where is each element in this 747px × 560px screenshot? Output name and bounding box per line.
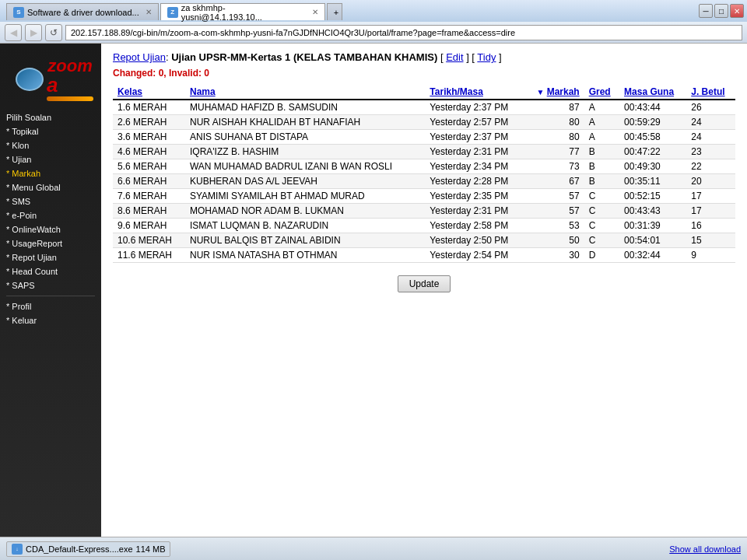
minimize-button[interactable]: ─ [699,4,713,18]
cell-nama: NURUL BALQIS BT ZAINAL ABIDIN [185,233,425,248]
sort-kelas[interactable]: Kelas [117,86,142,97]
close-button[interactable]: ✕ [730,4,744,18]
tab-software-close[interactable]: ✕ [146,8,152,16]
cell-masa-guna: 00:43:43 [619,204,686,219]
cell-gred: C [584,189,619,204]
table-row: 5.6 MERAH WAN MUHAMAD BADRUL IZANI B WAN… [113,159,735,174]
table-row: 2.6 MERAH NUR AISHAH KHALIDAH BT HANAFIA… [113,115,735,130]
cell-markah: 73 [524,159,584,174]
tab-software-icon: S [13,7,24,18]
cell-j-betul: 24 [686,130,735,145]
col-header-gred[interactable]: Gred [584,85,619,100]
sidebar-item-markah[interactable]: * Markah [0,166,101,180]
cell-j-betul: 24 [686,115,735,130]
report-table: Kelas Nama Tarikh/Masa ▼ Markah Gred Mas… [113,85,735,263]
sort-markah[interactable]: Markah [547,86,580,97]
forward-button[interactable]: ▶ [25,24,42,41]
cell-gred: D [584,248,619,263]
col-header-tarikh[interactable]: Tarikh/Masa [425,85,524,100]
sidebar-item-onlinewatch[interactable]: * OnlineWatch [0,222,101,236]
col-header-j-betul[interactable]: J. Betul [686,85,735,100]
sidebar-item-profil[interactable]: * Profil [0,299,101,313]
sidebar-item-saps[interactable]: * SAPS [0,278,101,292]
update-button[interactable]: Update [398,275,451,292]
cell-kelas: 5.6 MERAH [113,159,185,174]
sidebar-item-ujian[interactable]: * Ujian [0,152,101,166]
sidebar-item-klon[interactable]: * Klon [0,138,101,152]
sidebar-item-menu-global[interactable]: * Menu Global [0,180,101,194]
sidebar-item-keluar[interactable]: * Keluar [0,313,101,327]
download-filename: CDA_Default-Express....exe [26,544,133,554]
cell-j-betul: 17 [686,189,735,204]
sidebar-label-repot: Repot Ujian [12,253,56,262]
edit-link[interactable]: Edit [446,51,463,63]
cell-j-betul: 23 [686,145,735,159]
sort-tarikh[interactable]: Tarikh/Masa [430,86,482,97]
cell-nama: WAN MUHAMAD BADRUL IZANI B WAN ROSLI [185,159,425,174]
col-header-masa-guna[interactable]: Masa Guna [619,85,686,100]
refresh-button[interactable]: ↺ [45,24,62,41]
show-all-downloads[interactable]: Show all download [669,544,741,554]
table-row: 1.6 MERAH MUHAMAD HAFIZD B. SAMSUDIN Yes… [113,100,735,115]
cell-gred: A [584,100,619,115]
tab-zoom-close[interactable]: ✕ [312,8,318,16]
cell-markah: 50 [524,233,584,248]
exam-title: Ujian UPSR-MM-Kertas 1 (KELAS TAMBAHAN K… [171,51,437,63]
cell-masa-guna: 00:54:01 [619,233,686,248]
cell-gred: C [584,219,619,233]
sort-j-betul[interactable]: J. Betul [691,86,724,97]
cell-j-betul: 9 [686,248,735,263]
maximize-button[interactable]: □ [714,4,728,18]
table-header-row: Kelas Nama Tarikh/Masa ▼ Markah Gred Mas… [113,85,735,100]
cell-markah: 53 [524,219,584,233]
sidebar-item-epoin[interactable]: * e-Poin [0,208,101,222]
cell-j-betul: 15 [686,233,735,248]
cell-kelas: 2.6 MERAH [113,115,185,130]
cell-markah: 57 [524,189,584,204]
repot-ujian-link[interactable]: Repot Ujian [113,51,166,63]
logo-underline [47,96,93,101]
download-item[interactable]: ↓ CDA_Default-Express....exe 114 MB [6,541,170,557]
sort-masa-guna[interactable]: Masa Guna [624,86,674,97]
sort-nama[interactable]: Nama [190,86,216,97]
sidebar-item-head-count[interactable]: * Head Count [0,264,101,278]
sort-gred[interactable]: Gred [589,86,611,97]
page-title: Repot Ujian: Ujian UPSR-MM-Kertas 1 (KEL… [113,51,735,63]
col-header-nama[interactable]: Nama [185,85,425,100]
sidebar-item-sms[interactable]: * SMS [0,194,101,208]
sidebar-divider [6,296,95,296]
table-row: 4.6 MERAH IQRA'IZZ B. HASHIM Yesterday 2… [113,145,735,159]
address-bar[interactable] [65,25,742,40]
sort-markah-arrow: ▼ [536,88,544,96]
cell-kelas: 10.6 MERAH [113,233,185,248]
sidebar-item-pilih-soalan[interactable]: Pilih Soalan [0,110,101,124]
table-row: 10.6 MERAH NURUL BALQIS BT ZAINAL ABIDIN… [113,233,735,248]
new-tab-button[interactable]: + [327,3,342,20]
tidy-link[interactable]: Tidy [477,51,496,63]
sidebar-item-topikal[interactable]: * Topikal [0,124,101,138]
page-wrapper: zoom a Pilih Soalan * Topikal * Klon * U… [0,44,747,537]
cell-j-betul: 20 [686,174,735,189]
download-size: 114 MB [136,544,166,554]
tab-zoom[interactable]: Z za skhmhp-yusni@14.1.193.10... ✕ [160,3,325,20]
cell-tarikh: Yesterday 2:50 PM [425,233,524,248]
sidebar-item-repot-ujian[interactable]: * Repot Ujian [0,250,101,264]
table-row: 7.6 MERAH SYAMIMI SYAMILAH BT AHMAD MURA… [113,189,735,204]
tab-software[interactable]: S Software & driver download... ✕ [6,3,159,20]
cell-masa-guna: 00:52:15 [619,189,686,204]
cell-tarikh: Yesterday 2:31 PM [425,204,524,219]
sidebar-item-usagereport[interactable]: * UsageReport [0,236,101,250]
tab-software-label: Software & driver download... [27,8,139,17]
cell-tarikh: Yesterday 2:57 PM [425,115,524,130]
cell-markah: 67 [524,174,584,189]
cell-masa-guna: 00:32:44 [619,248,686,263]
cell-masa-guna: 00:45:58 [619,130,686,145]
cell-j-betul: 22 [686,159,735,174]
col-header-markah[interactable]: ▼ Markah [524,85,584,100]
back-button[interactable]: ◀ [5,24,22,41]
cell-nama: MOHAMAD NOR ADAM B. LUKMAN [185,204,425,219]
col-header-kelas[interactable]: Kelas [113,85,185,100]
cell-tarikh: Yesterday 2:37 PM [425,100,524,115]
cell-gred: B [584,159,619,174]
cell-j-betul: 26 [686,100,735,115]
